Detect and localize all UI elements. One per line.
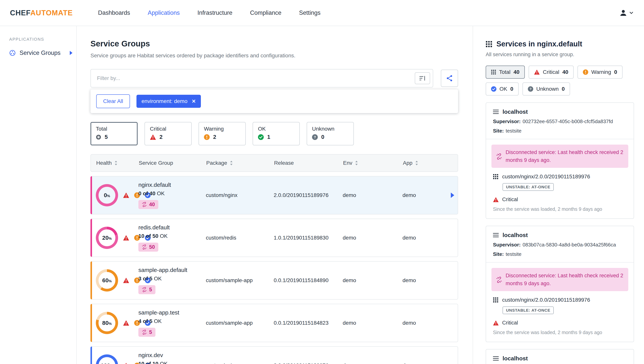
status-card-critical[interactable]: Critical 2 [144, 122, 192, 145]
broken-link-icon [142, 330, 147, 335]
filter-button[interactable] [415, 72, 430, 84]
status-card-total[interactable]: Total 5 [90, 122, 138, 145]
service-card: localhost Supervisor:083b07ca-5830-4a8d-… [486, 226, 634, 342]
package-name: custom/nginx/2.0.0/20190115189976 [502, 297, 590, 303]
column-header-package[interactable]: Package [206, 160, 274, 166]
table-row[interactable]: 0% nginx.default 0 of 40 OK 40 [90, 176, 458, 214]
close-icon[interactable]: ✕ [192, 99, 196, 104]
nav-settings[interactable]: Settings [299, 10, 320, 16]
table-row[interactable]: 60% sample-app.default 3 of 5 OK 5 [90, 261, 458, 299]
package-cell: custom/sample-app [206, 320, 274, 326]
service-status-line: Critical [492, 197, 628, 203]
sidebar-heading: APPLICATIONS [9, 37, 76, 42]
services-grid-icon [493, 174, 498, 179]
filter-row [90, 69, 458, 88]
broken-link-icon [496, 272, 502, 287]
sidebar-item-service-groups[interactable]: Service Groups [9, 50, 76, 56]
app-cell: demo [402, 192, 458, 198]
broken-link-icon [142, 244, 147, 249]
donut-percent: 100% [100, 362, 113, 364]
site-line: Site:testsite [493, 251, 627, 257]
nav-infrastructure[interactable]: Infrastructure [198, 10, 232, 16]
column-header-env[interactable]: Env [343, 160, 403, 166]
host-name: localhost [502, 232, 528, 238]
service-group-cell: sample-app.test 4 of 5 OK 5 [138, 309, 206, 337]
broken-link-icon [142, 202, 147, 207]
left-sidebar: APPLICATIONS Service Groups [0, 26, 77, 364]
table-row[interactable]: 20% redis.default 10 of 50 OK 50 [90, 219, 458, 257]
nav-dashboards[interactable]: Dashboards [98, 10, 130, 16]
status-card-ok[interactable]: OK 1 [252, 122, 300, 145]
pill-total[interactable]: Total 40 [486, 66, 525, 79]
health-cell: 20% [96, 227, 138, 249]
share-icon [446, 75, 453, 82]
warning-triangle-icon [123, 235, 129, 240]
logo-chef: CHEF [10, 9, 30, 17]
health-donut: 20% [96, 227, 118, 249]
column-header-health[interactable]: Health [96, 160, 139, 166]
env-cell: demo [343, 320, 402, 326]
donut-percent: 20% [102, 235, 112, 241]
service-ok-count: 10 of 10 OK [138, 361, 206, 364]
package-cell: custom/redis [206, 235, 274, 241]
top-navbar: CHEFAUTOMATE Dashboards Applications Inf… [0, 0, 644, 26]
disconnected-count-badge: 5 [138, 285, 156, 294]
disconnected-alert-text: Disconnected service: Last health check … [506, 272, 624, 287]
service-group-name: redis.default [138, 224, 206, 231]
chef-automate-logo[interactable]: CHEFAUTOMATE [10, 9, 73, 17]
column-header-app[interactable]: App [403, 160, 458, 166]
filter-input[interactable] [97, 75, 415, 81]
loaded-time: Since the service was loaded, 2 months 9… [493, 330, 627, 335]
share-button[interactable] [441, 70, 458, 87]
pill-count: 40 [514, 69, 520, 75]
release-cell: 1.0.1/20190115189830 [274, 235, 343, 241]
status-card-count: 2 [213, 134, 216, 140]
svg-text:?: ? [314, 135, 316, 139]
pill-critical[interactable]: Critical 40 [528, 66, 574, 79]
pill-count: 40 [562, 69, 568, 75]
warning-triangle-icon [150, 134, 156, 140]
status-card-count: 5 [105, 134, 108, 140]
pill-count: 0 [614, 69, 617, 75]
pill-ok[interactable]: OK 0 [486, 83, 519, 96]
site-name: testsite [506, 128, 521, 134]
column-header-service-group[interactable]: Service Group [139, 160, 206, 166]
table-row[interactable]: 100% nginx.dev 10 of 10 OK 10 [90, 346, 458, 364]
user-menu[interactable] [619, 9, 633, 17]
host-name: localhost [502, 109, 528, 115]
service-group-name: sample-app.default [138, 267, 206, 273]
clear-all-button[interactable]: Clear All [96, 94, 130, 108]
status-filter-cards: Total 5 Critical 2 [90, 122, 458, 145]
supervisor-id: 002732ee-6557-405c-b008-cfcf5da837fd [523, 119, 613, 124]
status-card-label: Unknown [312, 126, 348, 132]
column-header-release[interactable]: Release [274, 160, 343, 166]
nav-applications[interactable]: Applications [148, 10, 180, 16]
status-card-warning[interactable]: Warning 2 [198, 122, 246, 145]
warning-triangle-icon [493, 320, 499, 325]
package-cell: custom/nginx [206, 362, 274, 364]
service-groups-table: Health Service Group Package Release E [90, 154, 458, 364]
nav-compliance[interactable]: Compliance [250, 10, 282, 16]
filter-chip-environment-demo[interactable]: environment: demo ✕ [136, 95, 201, 108]
service-status-label: Critical [502, 197, 518, 203]
list-icon [493, 233, 499, 238]
status-card-unknown[interactable]: Unknown ? 0 [307, 122, 354, 145]
disconnected-count-badge: 5 [138, 328, 156, 337]
pill-warning[interactable]: Warning 0 [578, 66, 622, 79]
pill-unknown[interactable]: ? Unknown 0 [522, 83, 570, 96]
services-grid-icon [486, 41, 492, 47]
site-name: testsite [506, 251, 521, 257]
release-cell: 2.0.0/20190115189976 [274, 362, 343, 364]
service-group-cell: redis.default 10 of 50 OK 50 [138, 224, 206, 252]
pill-count: 0 [562, 86, 565, 92]
row-selected-arrow-icon[interactable] [451, 193, 454, 198]
service-status-label: Critical [502, 320, 518, 326]
table-row[interactable]: 80% sample-app.test 4 of 5 OK 5 [90, 304, 458, 342]
list-icon [493, 109, 499, 114]
service-groups-icon [9, 50, 16, 56]
panel-title: Services in nginx.default [496, 40, 582, 48]
status-card-label: Critical [150, 126, 186, 132]
panel-status-pills: Total 40 Critical 40 Warning 0 OK 0 [486, 66, 634, 96]
health-donut: 60% [96, 269, 118, 291]
package-identifier: custom/nginx/2.0.0/20190115189976 [492, 297, 628, 303]
